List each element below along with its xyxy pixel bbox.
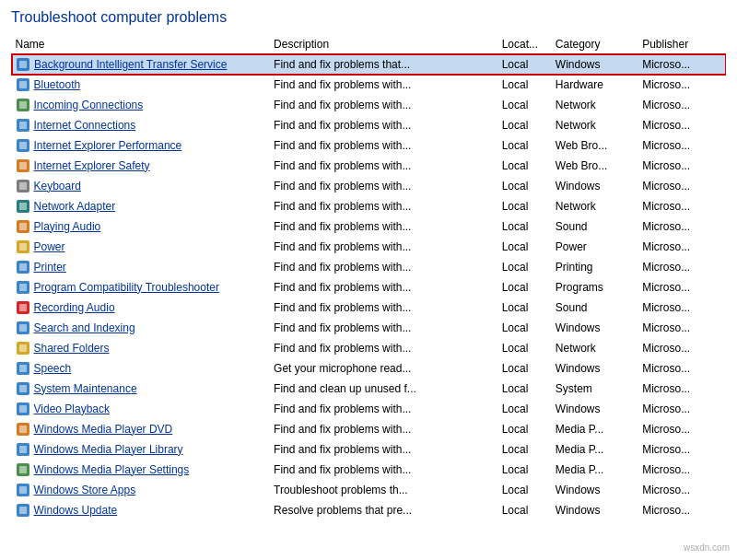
- table-header: Name Description Locat... Category Publi…: [12, 35, 726, 54]
- table-row[interactable]: PowerFind and fix problems with...LocalP…: [12, 237, 726, 257]
- table-row[interactable]: Network AdapterFind and fix problems wit…: [12, 196, 726, 216]
- item-name-link[interactable]: Internet Explorer Performance: [34, 139, 182, 152]
- table-row[interactable]: KeyboardFind and fix problems with...Loc…: [12, 176, 726, 196]
- item-icon: [16, 341, 30, 356]
- item-name-link[interactable]: Network Adapter: [34, 200, 116, 213]
- item-name-link[interactable]: Power: [34, 240, 65, 253]
- svg-rect-25: [19, 304, 27, 311]
- watermark: wsxdn.com: [684, 542, 730, 553]
- item-name-link[interactable]: Printer: [34, 261, 66, 274]
- item-category: Programs: [552, 277, 638, 298]
- item-description: Troubleshoot problems th...: [270, 480, 498, 500]
- svg-rect-21: [19, 263, 27, 271]
- table-row[interactable]: Recording AudioFind and fix problems wit…: [12, 298, 726, 318]
- item-category: Sound: [552, 298, 638, 318]
- table-row[interactable]: System MaintenanceFind and clean up unus…: [12, 379, 726, 399]
- table-row[interactable]: Shared FoldersFind and fix problems with…: [12, 338, 726, 358]
- item-location: Local: [498, 419, 552, 439]
- table-row[interactable]: Internet Explorer SafetyFind and fix pro…: [12, 156, 726, 176]
- item-category: Windows: [552, 399, 638, 419]
- table-row[interactable]: Program Compatibility TroubleshooterFind…: [12, 277, 726, 298]
- svg-rect-19: [19, 243, 27, 251]
- item-icon: [16, 199, 30, 214]
- table-row[interactable]: Search and IndexingFind and fix problems…: [12, 318, 726, 338]
- table-row[interactable]: Windows Media Player DVDFind and fix pro…: [12, 419, 726, 439]
- svg-rect-17: [19, 223, 27, 230]
- item-icon: [16, 57, 30, 72]
- item-category: Network: [552, 196, 638, 216]
- table-container: Name Description Locat... Category Publi…: [11, 35, 726, 520]
- table-row[interactable]: Internet Explorer PerformanceFind and fi…: [12, 135, 726, 156]
- item-publisher: Microso...: [638, 439, 725, 460]
- item-publisher: Microso...: [638, 196, 725, 216]
- item-description: Find and fix problems with...: [270, 460, 498, 480]
- table-body: Background Intelligent Transfer ServiceF…: [12, 54, 726, 520]
- svg-rect-13: [19, 182, 27, 190]
- item-icon: [16, 280, 30, 295]
- item-publisher: Microso...: [638, 115, 725, 135]
- item-publisher: Microso...: [638, 237, 725, 257]
- table-row[interactable]: Internet ConnectionsFind and fix problem…: [12, 115, 726, 135]
- item-category: Media P...: [552, 419, 638, 439]
- item-name-link[interactable]: Shared Folders: [34, 342, 110, 355]
- item-name-link[interactable]: Windows Media Player Settings: [34, 463, 190, 476]
- item-location: Local: [498, 135, 552, 156]
- item-name-link[interactable]: Incoming Connections: [34, 99, 144, 111]
- table-row[interactable]: Video PlaybackFind and fix problems with…: [12, 399, 726, 419]
- item-location: Local: [498, 460, 552, 480]
- item-description: Find and fix problems with...: [270, 115, 498, 135]
- item-publisher: Microso...: [638, 176, 725, 196]
- item-name-link[interactable]: Keyboard: [34, 180, 81, 192]
- item-icon: [16, 422, 30, 437]
- table-row[interactable]: PrinterFind and fix problems with...Loca…: [12, 257, 726, 277]
- item-publisher: Microso...: [638, 95, 725, 115]
- item-name-link[interactable]: Windows Media Player DVD: [34, 423, 173, 436]
- item-name-link[interactable]: Video Playback: [34, 402, 111, 415]
- table-row[interactable]: Background Intelligent Transfer ServiceF…: [12, 54, 726, 75]
- item-icon: [16, 138, 30, 153]
- table-row[interactable]: BluetoothFind and fix problems with...Lo…: [12, 75, 726, 95]
- table-row[interactable]: Windows Media Player SettingsFind and fi…: [12, 460, 726, 480]
- item-description: Find and fix problems with...: [270, 75, 498, 95]
- item-icon: [16, 260, 30, 274]
- svg-rect-1: [19, 61, 27, 68]
- table-row[interactable]: Windows UpdateResolve problems that pre.…: [12, 500, 726, 520]
- table-row[interactable]: Windows Store AppsTroubleshoot problems …: [12, 480, 726, 500]
- item-name-link[interactable]: Internet Connections: [34, 119, 136, 132]
- item-icon: [16, 118, 30, 133]
- item-location: Local: [498, 237, 552, 257]
- item-location: Local: [498, 115, 552, 135]
- col-header-category: Category: [552, 35, 638, 54]
- item-publisher: Microso...: [638, 75, 725, 95]
- item-name-link[interactable]: System Maintenance: [34, 382, 137, 395]
- item-name-link[interactable]: Program Compatibility Troubleshooter: [34, 281, 219, 294]
- item-location: Local: [498, 358, 552, 379]
- item-publisher: Microso...: [638, 480, 725, 500]
- item-name-link[interactable]: Background Intelligent Transfer Service: [34, 58, 227, 71]
- item-location: Local: [498, 196, 552, 216]
- item-name-link[interactable]: Speech: [34, 362, 72, 375]
- item-name-link[interactable]: Windows Media Player Library: [34, 443, 183, 456]
- item-name-link[interactable]: Bluetooth: [34, 78, 81, 91]
- item-category: Windows: [552, 54, 638, 75]
- item-icon: [16, 503, 30, 518]
- item-name-link[interactable]: Playing Audio: [34, 220, 101, 233]
- table-row[interactable]: Windows Media Player LibraryFind and fix…: [12, 439, 726, 460]
- item-icon: [16, 300, 30, 315]
- item-category: Windows: [552, 358, 638, 379]
- svg-rect-23: [19, 284, 27, 291]
- item-name-link[interactable]: Windows Store Apps: [34, 484, 136, 496]
- item-publisher: Microso...: [638, 54, 725, 75]
- item-name-link[interactable]: Windows Update: [34, 504, 118, 517]
- table-row[interactable]: SpeechGet your microphone read...LocalWi…: [12, 358, 726, 379]
- item-location: Local: [498, 156, 552, 176]
- item-category: Media P...: [552, 460, 638, 480]
- table-row[interactable]: Incoming ConnectionsFind and fix problem…: [12, 95, 726, 115]
- item-publisher: Microso...: [638, 338, 725, 358]
- item-name-link[interactable]: Internet Explorer Safety: [34, 159, 150, 172]
- troubleshoot-table: Name Description Locat... Category Publi…: [11, 35, 726, 520]
- item-publisher: Microso...: [638, 156, 725, 176]
- table-row[interactable]: Playing AudioFind and fix problems with.…: [12, 216, 726, 237]
- item-name-link[interactable]: Recording Audio: [34, 301, 115, 314]
- item-name-link[interactable]: Search and Indexing: [34, 321, 135, 334]
